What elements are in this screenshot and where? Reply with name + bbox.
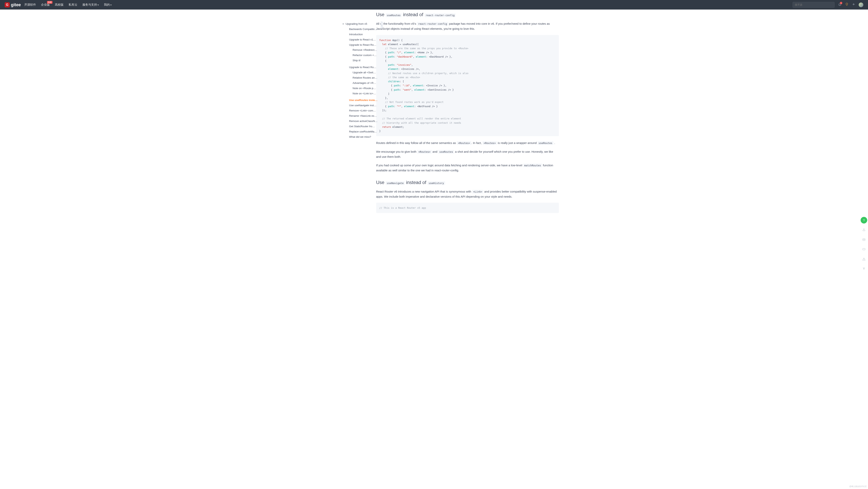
sidebar-item[interactable]: Upgrade to React Ro… Upgrade all <Swit… … [349, 65, 378, 97]
sidebar-item[interactable]: Replace useRouteMa… [349, 130, 378, 134]
heading-useRoutes: Use useRoutes instead of react-router-co… [376, 12, 559, 17]
paragraph: React Router v6 introduces a new navigat… [376, 189, 559, 199]
page: ‹ Upgrading from v5 Backwards Compatibi…… [292, 9, 576, 225]
sidebar-subitem[interactable]: Advantages of <R… [353, 81, 378, 85]
sidebar-subitem[interactable]: Remove <Redirect… [353, 48, 378, 52]
inline-code: useHistory [428, 181, 445, 185]
nav-private[interactable]: 私有云 [69, 3, 78, 7]
sidebar-item[interactable]: Upgrade to React Ro… Remove <Redirect… R… [349, 43, 378, 64]
inline-code: <Routes> [457, 141, 471, 145]
heading-useNavigate: Use useNavigate instead of useHistory [376, 180, 559, 185]
inline-code: matchRoutes [523, 164, 542, 167]
chevron-down-icon [110, 5, 112, 6]
inline-code: useRoutes [537, 141, 553, 145]
paragraph: All of the functionality from v5's react… [376, 21, 559, 31]
sidebar-item[interactable]: What did we miss? [349, 135, 378, 139]
bell-icon[interactable]: 1 [838, 2, 842, 7]
code-block: // This is a React Router v5 app [376, 203, 559, 213]
sidebar-subitem[interactable]: Note on <Route p… [353, 87, 378, 90]
sidebar-root[interactable]: Upgrading from v5 Backwards Compatibi… I… [346, 22, 382, 139]
nav-mine[interactable]: 我的 [104, 3, 112, 7]
help-button[interactable]: ? [861, 217, 867, 224]
inline-code: react-router-config [417, 22, 448, 26]
sidebar-item[interactable]: Remove <Link> com… [349, 109, 378, 113]
top-header: G gitee 开源软件 企业版特惠 高校版 私有云 服务与支持 我的 1 [0, 0, 868, 9]
sidebar-subitem[interactable]: Relative Routes an… [353, 76, 378, 80]
sidebar-item[interactable]: Use useNavigate inst… [349, 104, 378, 107]
logo[interactable]: G gitee [5, 2, 21, 7]
sidebar-item[interactable]: Get StaticRouter fro… [349, 125, 378, 128]
top-nav: 开源软件 企业版特惠 高校版 私有云 服务与支持 我的 [24, 3, 112, 7]
nav-enterprise[interactable]: 企业版特惠 [41, 3, 50, 7]
sidebar-item[interactable]: Upgrade to React v1… [349, 38, 378, 41]
paragraph: We encourage you to give both <Routes> a… [376, 149, 559, 160]
paragraph: Routes defined in this way follow all of… [376, 140, 559, 145]
nav-support[interactable]: 服务与支持 [83, 3, 99, 7]
plus-icon[interactable] [852, 3, 855, 7]
bulb-icon[interactable] [845, 2, 848, 7]
code-block: function App() { let element = useRoutes… [376, 35, 559, 136]
sidebar-subitem[interactable]: Note on <Link to>… [353, 92, 378, 95]
sidebar-item[interactable]: Introduction [349, 33, 378, 36]
sidebar: ‹ Upgrading from v5 Backwards Compatibi…… [340, 19, 382, 225]
sidebar-item-active[interactable]: Use useRoutes inste… [349, 98, 378, 102]
header-right: 1 [793, 2, 863, 8]
sidebar-item[interactable]: Remove activeClassN… [349, 119, 378, 123]
sidebar-subitem[interactable]: Ship it! [353, 59, 378, 62]
paragraph: If you had cooked up some of your own lo… [376, 163, 559, 173]
avatar[interactable] [859, 2, 863, 7]
inline-code: useRoutes [386, 13, 402, 17]
sidebar-collapse[interactable]: ‹ [381, 21, 383, 28]
nav-badge: 特惠 [47, 1, 53, 4]
inline-code: useRoutes [438, 150, 454, 154]
inline-code: <Routes> [417, 150, 432, 154]
inline-code: react-router-config [425, 13, 456, 17]
inline-code: <Routes> [483, 141, 497, 145]
sidebar-item[interactable]: Rename <NavLink ex… [349, 114, 378, 118]
sidebar-subitem[interactable]: Upgrade all <Swit… [353, 71, 378, 75]
logo-icon: G [5, 2, 10, 7]
sidebar-subitem[interactable]: Refactor custom <… [353, 54, 378, 57]
sidebar-item[interactable]: Backwards Compatibi… [349, 27, 378, 31]
logo-text: gitee [11, 2, 21, 7]
inline-code: useNavigate [386, 181, 405, 185]
inline-code: <Link> [472, 190, 484, 194]
nav-opensource[interactable]: 开源软件 [24, 3, 36, 7]
search-input[interactable] [793, 2, 835, 8]
header-left: G gitee 开源软件 企业版特惠 高校版 私有云 服务与支持 我的 [5, 2, 112, 7]
right-toolbar: ? [860, 217, 868, 225]
nav-education[interactable]: 高校版 [55, 3, 64, 7]
chevron-down-icon [97, 5, 99, 6]
notification-badge: 1 [840, 2, 842, 4]
